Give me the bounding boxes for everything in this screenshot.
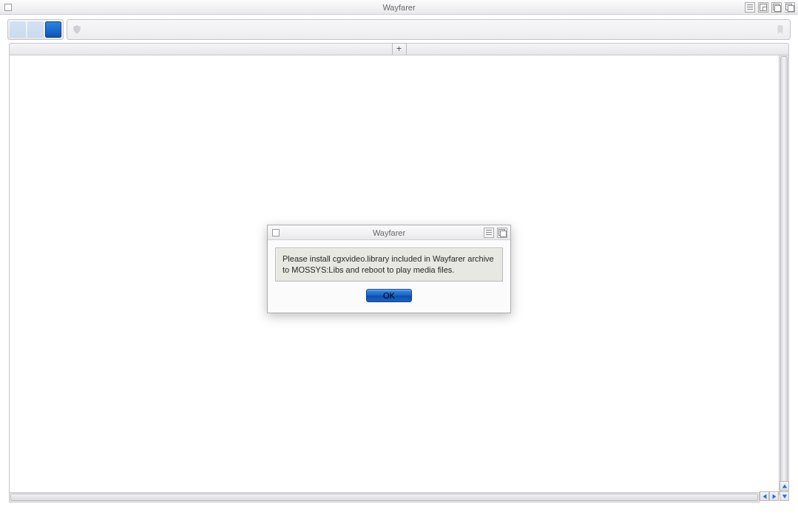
vertical-scroll-thumb[interactable]: [780, 56, 788, 494]
dialog-button-row: OK: [275, 282, 503, 305]
dialog-close-gadget[interactable]: [272, 229, 280, 236]
zoom-icon[interactable]: [785, 2, 795, 13]
horizontal-scroll-row: [9, 492, 760, 502]
main-close-gadget[interactable]: [4, 4, 12, 11]
shield-icon: [72, 24, 82, 35]
dialog-body: Please install cgxvideo.library included…: [268, 240, 510, 313]
horizontal-scrollbar[interactable]: [9, 492, 760, 502]
nav-button-group: [7, 19, 64, 40]
horizontal-scroll-thumb[interactable]: [10, 494, 758, 501]
main-titlebar: Wayfarer: [0, 0, 798, 15]
nav-back-button[interactable]: [10, 21, 26, 38]
address-bar[interactable]: [67, 19, 791, 40]
scroll-left-button[interactable]: [760, 491, 769, 501]
vertical-scrollbar[interactable]: [779, 55, 788, 494]
main-titlebar-right-icons: [745, 0, 795, 14]
dialog-menu-icon[interactable]: [484, 228, 494, 238]
dialog-ok-button[interactable]: OK: [366, 289, 412, 302]
nav-forward-button[interactable]: [27, 21, 44, 38]
navigation-toolbar: [7, 19, 791, 40]
dialog-message: Please install cgxvideo.library included…: [275, 248, 503, 282]
scroll-arrow-cluster: [760, 481, 789, 502]
dialog-depth-icon[interactable]: [497, 228, 507, 238]
scroll-up-button[interactable]: [780, 481, 789, 491]
install-library-dialog: Wayfarer Please install cgxvideo.library…: [267, 225, 511, 313]
dialog-titlebar: Wayfarer: [268, 225, 510, 240]
main-window-title: Wayfarer: [0, 3, 798, 12]
scroll-down-button[interactable]: [780, 491, 789, 501]
menu-icon[interactable]: [745, 2, 755, 13]
nav-reload-button[interactable]: [45, 21, 61, 38]
depth-icon[interactable]: [771, 2, 782, 13]
bookmark-icon[interactable]: [775, 24, 785, 35]
address-input[interactable]: [87, 20, 771, 39]
scroll-right-button[interactable]: [769, 491, 779, 501]
dialog-title: Wayfarer: [268, 228, 510, 237]
iconify-icon[interactable]: [758, 2, 768, 13]
dialog-titlebar-right-icons: [484, 225, 507, 239]
